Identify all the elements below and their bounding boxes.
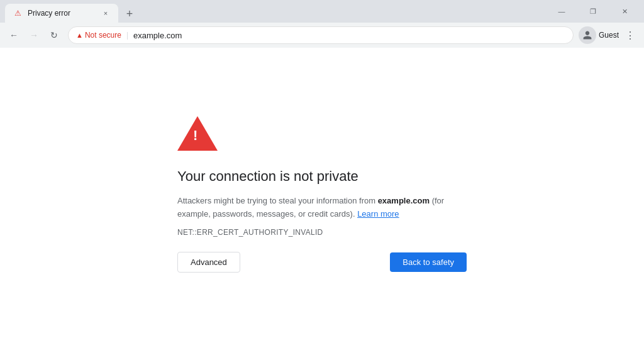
not-secure-text: Not secure [85, 31, 121, 40]
error-code: NET::ERR_CERT_AUTHORITY_INVALID [177, 228, 323, 237]
not-secure-badge: ▲ Not secure [76, 31, 121, 40]
profile-button[interactable] [579, 26, 596, 44]
maximize-button[interactable]: ❐ [579, 1, 608, 21]
navigation-bar: ← → ↻ ▲ Not secure | example.com Guest ⋮ [0, 23, 644, 48]
learn-more-link[interactable]: Learn more [357, 209, 399, 219]
error-description: Attackers might be trying to steal your … [177, 195, 467, 221]
new-tab-button[interactable]: + [121, 5, 138, 23]
error-title: Your connection is not private [177, 168, 358, 185]
advanced-button[interactable]: Advanced [177, 252, 240, 273]
error-container: Your connection is not private Attackers… [165, 104, 479, 286]
back-button[interactable]: ← [5, 26, 23, 44]
warning-triangle-icon [177, 116, 218, 151]
title-bar: ⚠ Privacy error × + — ❐ ✕ [0, 0, 644, 23]
profile-icon [582, 30, 592, 40]
reload-button[interactable]: ↻ [45, 26, 63, 44]
window-controls: — ❐ ✕ [547, 1, 639, 21]
tabs-area: ⚠ Privacy error × + [5, 0, 547, 23]
profile-label-text: Guest [599, 31, 619, 40]
tab-close-button[interactable]: × [101, 8, 111, 18]
address-bar[interactable]: ▲ Not secure | example.com [68, 26, 574, 44]
tab-title: Privacy error [28, 9, 96, 18]
address-separator: | [126, 31, 128, 40]
error-description-start: Attackers might be trying to steal your … [177, 196, 378, 205]
error-site-name: example.com [378, 196, 430, 205]
error-icon-wrapper [177, 116, 218, 153]
address-text: example.com [133, 31, 182, 40]
tab-favicon: ⚠ [13, 8, 23, 18]
browser-window: ⚠ Privacy error × + — ❐ ✕ ← → ↻ ▲ Not se… [0, 0, 644, 341]
error-actions: Advanced Back to safety [177, 252, 467, 273]
minimize-button[interactable]: — [547, 1, 576, 21]
forward-button[interactable]: → [25, 26, 43, 44]
browser-menu-button[interactable]: ⋮ [621, 26, 639, 44]
active-tab[interactable]: ⚠ Privacy error × [5, 4, 118, 23]
page-content: Your connection is not private Attackers… [0, 48, 644, 341]
back-to-safety-button[interactable]: Back to safety [390, 252, 467, 272]
close-button[interactable]: ✕ [610, 1, 639, 21]
warning-icon: ▲ [76, 31, 83, 39]
